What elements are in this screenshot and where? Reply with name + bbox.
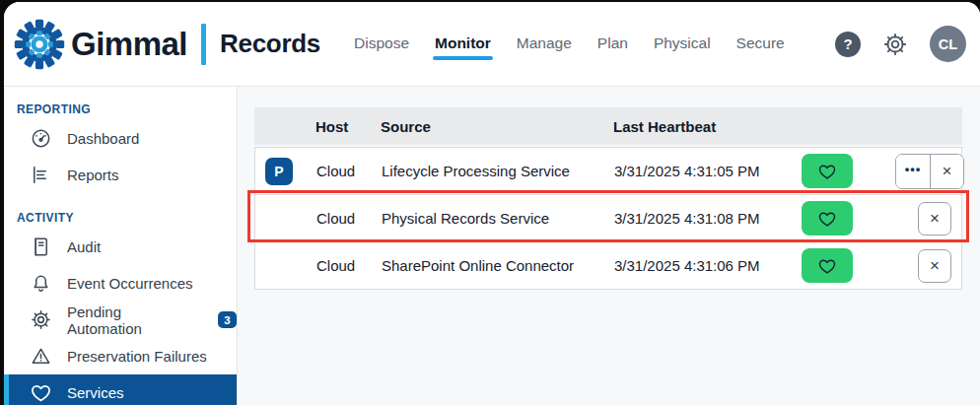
nav-item-monitor[interactable]: Monitor <box>435 27 491 62</box>
cell-host: Cloud <box>316 257 382 274</box>
cell-host: Cloud <box>316 163 382 179</box>
brand-product: Records <box>220 29 320 59</box>
table-header-row: Host Source Last Heartbeat <box>254 107 962 145</box>
sidebar-item-services[interactable]: Services <box>4 374 237 405</box>
column-header-last-heartbeat: Last Heartbeat <box>613 118 801 135</box>
cell-source: SharePoint Online Connector <box>382 257 614 274</box>
healthy-status-button[interactable] <box>802 201 853 236</box>
table-row: Cloud SharePoint Online Connector 3/31/2… <box>255 241 961 289</box>
sidebar-item-event-occurrences[interactable]: Event Occurrences <box>4 265 237 302</box>
sidebar-item-label: Audit <box>67 238 101 255</box>
healthy-status-button[interactable] <box>802 248 853 283</box>
nav-item-secure[interactable]: Secure <box>736 27 785 62</box>
sidebar: REPORTING Dashboard Reports <box>4 87 238 405</box>
sidebar-item-label: Event Occurrences <box>67 275 193 292</box>
app-header: Gimmal Records Dispose Monitor Manage Pl… <box>4 2 980 87</box>
help-icon[interactable]: ? <box>835 32 861 57</box>
gimmal-gear-logo-icon <box>14 19 65 70</box>
sidebar-section-reporting: REPORTING <box>4 97 237 120</box>
row-actions-group: ••• × <box>895 154 964 189</box>
nav-item-plan[interactable]: Plan <box>597 27 628 62</box>
nav-item-dispose[interactable]: Dispose <box>354 27 409 62</box>
sidebar-item-reports[interactable]: Reports <box>4 157 237 193</box>
brand-separator <box>201 24 206 65</box>
warning-icon <box>30 345 52 368</box>
cell-source: Lifecycle Processing Service <box>382 163 614 179</box>
remove-service-button[interactable]: × <box>918 202 951 236</box>
cell-last-heartbeat: 3/31/2025 4:31:05 PM <box>614 163 802 179</box>
brand-logo[interactable]: Gimmal Records <box>12 19 320 70</box>
sidebar-item-label: Preservation Failures <box>67 348 207 365</box>
close-icon: × <box>930 210 940 227</box>
nav-item-manage[interactable]: Manage <box>517 27 572 62</box>
nav-item-physical[interactable]: Physical <box>654 27 711 62</box>
cell-last-heartbeat: 3/31/2025 4:31:08 PM <box>614 210 802 227</box>
gear-icon <box>30 308 52 331</box>
heart-icon <box>30 381 52 404</box>
table-row: P Cloud Lifecycle Processing Service 3/3… <box>255 147 961 194</box>
sidebar-item-preservation-failures[interactable]: Preservation Failures <box>4 338 237 374</box>
top-nav: Dispose Monitor Manage Plan Physical Sec… <box>354 27 785 62</box>
physical-badge: P <box>265 158 293 185</box>
sidebar-section-activity: ACTIVITY <box>4 205 237 229</box>
cell-host: Cloud <box>316 210 382 227</box>
settings-gear-icon[interactable] <box>882 32 908 57</box>
sidebar-item-dashboard[interactable]: Dashboard <box>4 120 237 157</box>
book-icon <box>30 236 52 258</box>
sidebar-item-label: Dashboard <box>67 130 139 147</box>
main-content: Host Source Last Heartbeat P Cloud Lifec… <box>238 87 980 405</box>
services-table: Host Source Last Heartbeat P Cloud Lifec… <box>254 107 962 290</box>
bell-icon <box>30 272 52 295</box>
cell-last-heartbeat: 3/31/2025 4:31:06 PM <box>614 257 802 274</box>
more-options-button[interactable]: ••• <box>896 155 930 188</box>
sidebar-item-label: Services <box>67 384 124 401</box>
app-window: Gimmal Records Dispose Monitor Manage Pl… <box>4 2 980 405</box>
table-row: Cloud Physical Records Service 3/31/2025… <box>255 194 961 241</box>
ellipsis-icon: ••• <box>905 162 922 176</box>
gauge-icon <box>30 127 52 150</box>
sidebar-item-label: Pending Automation <box>67 304 197 337</box>
remove-service-button[interactable]: × <box>930 155 963 188</box>
pending-automation-count-badge: 3 <box>218 311 237 328</box>
user-avatar[interactable]: CL <box>930 26 966 62</box>
healthy-status-button[interactable] <box>802 154 853 188</box>
sidebar-item-label: Reports <box>67 167 119 183</box>
column-header-host: Host <box>315 118 381 135</box>
sidebar-item-audit[interactable]: Audit <box>4 229 237 265</box>
brand-name: Gimmal <box>71 26 187 63</box>
sidebar-item-pending-automation[interactable]: Pending Automation 3 <box>4 302 237 338</box>
column-header-source: Source <box>381 118 613 135</box>
cell-source: Physical Records Service <box>382 210 614 227</box>
close-icon: × <box>943 163 952 179</box>
close-icon: × <box>930 257 940 274</box>
remove-service-button[interactable]: × <box>918 249 951 283</box>
report-icon <box>30 164 52 186</box>
